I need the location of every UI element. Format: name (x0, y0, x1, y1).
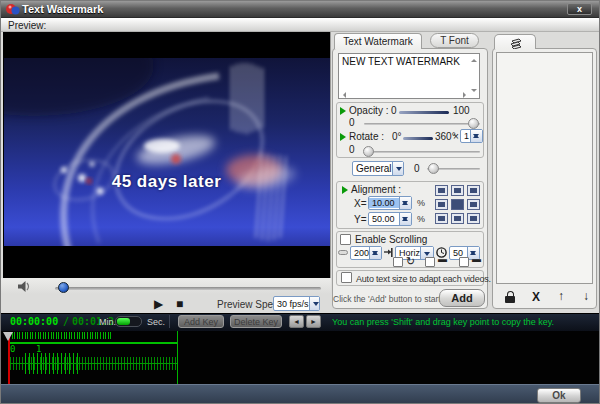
ok-button[interactable]: Ok (537, 388, 581, 403)
min-sec-toggle[interactable] (115, 316, 142, 327)
scroll-speed-spinner[interactable]: 200 (350, 246, 382, 260)
rotate-value: 0 (349, 144, 355, 155)
layers-icon (509, 38, 523, 49)
watermark-list[interactable] (496, 52, 593, 284)
x-spinner[interactable]: 10.00 (368, 196, 412, 210)
effect-slider-thumb[interactable] (428, 163, 439, 174)
timeline-hint: You can press 'Shift' and drag key point… (332, 317, 554, 327)
align-middle-left[interactable] (435, 199, 448, 210)
rotate-slider-track[interactable] (364, 151, 480, 153)
x-percent: % (417, 198, 425, 208)
preview-label: Preview: (8, 20, 46, 31)
x-label: X= (354, 198, 367, 209)
effect-value: General (353, 163, 392, 174)
align-bottom-right[interactable] (467, 213, 480, 224)
stop-button[interactable]: ■ (176, 297, 183, 311)
green-arrow-icon (340, 107, 346, 115)
scroll-down-icon[interactable] (471, 89, 477, 95)
waveform-centerline (9, 363, 178, 364)
clip-end-line (177, 331, 178, 384)
lock-button[interactable] (505, 291, 516, 303)
move-up-button[interactable]: ↑ (554, 289, 568, 303)
move-down-button[interactable]: ↓ (579, 289, 593, 303)
timeline-ruler-line (8, 342, 178, 344)
chevron-down-icon[interactable] (392, 162, 403, 175)
opacity-value: 0 (349, 117, 355, 128)
add-key-button[interactable]: Add Key (178, 315, 224, 328)
align-bottom-left[interactable] (435, 213, 448, 224)
layer-tab[interactable] (494, 34, 536, 49)
play-button[interactable]: ▶ (154, 297, 163, 311)
loop-checkbox[interactable] (393, 257, 403, 267)
bar-icon: ▬ (438, 254, 447, 264)
time-current: 00:00:00 (10, 316, 58, 327)
opacity-label: Opacity : (349, 105, 388, 116)
scroll-right-icon[interactable] (463, 92, 469, 98)
align-top-right[interactable] (467, 185, 480, 196)
preview-strip (1, 18, 600, 32)
seek-thumb[interactable] (58, 282, 69, 293)
toggle-knob (117, 318, 130, 325)
tab-text-watermark[interactable]: Text Watermark (334, 33, 422, 49)
auto-size-checkbox[interactable] (341, 272, 352, 283)
delete-layer-button[interactable]: X (529, 290, 543, 304)
spinner-arrows-icon[interactable] (470, 130, 482, 142)
align-middle-right[interactable] (467, 199, 480, 210)
add-button[interactable]: Add (439, 289, 485, 307)
align-top-center[interactable] (451, 185, 464, 196)
loop-icon: ↻ (406, 255, 415, 268)
timeline-canvas[interactable]: 0 1 (1, 331, 600, 384)
watermark-text-input[interactable]: NEW TEXT WATERMARK (338, 53, 480, 99)
bar-icon: ▬ (472, 254, 481, 264)
window-title: Text Watermark (22, 3, 103, 15)
spinner-arrows-icon[interactable] (399, 213, 411, 225)
sec-label: Sec. (147, 317, 165, 327)
speaker-icon[interactable] (18, 281, 31, 292)
rotate-scale-line (403, 137, 433, 140)
opacity-slider-thumb[interactable] (468, 118, 479, 129)
seek-track[interactable] (55, 287, 321, 290)
next-key-button[interactable]: ► (306, 315, 321, 328)
rotate-count-spinner[interactable]: 1 (460, 129, 483, 143)
spinner-arrows-icon[interactable] (369, 247, 381, 259)
chevron-down-icon[interactable] (309, 297, 319, 310)
preview-speed-value: 30 fps/s (274, 299, 309, 309)
opacity-scale-line (399, 111, 449, 114)
opacity-min: 0 (391, 105, 397, 116)
align-top-left[interactable] (435, 185, 448, 196)
scroll-speed-value: 200 (351, 248, 369, 258)
divider (169, 315, 170, 328)
ruler-label-0: 0 (10, 344, 15, 354)
align-bottom-center[interactable] (451, 213, 464, 224)
tab-font[interactable]: T Font (430, 33, 479, 48)
x-value: 10.00 (369, 198, 399, 208)
bar-option-checkbox[interactable] (459, 257, 469, 267)
rotate-label: Rotate : (349, 131, 384, 142)
y-spinner[interactable]: 50.00 (368, 212, 412, 226)
scroll-up-icon[interactable] (471, 56, 477, 62)
opacity-max: 100 (453, 105, 470, 116)
spinner-arrows-icon[interactable] (399, 197, 411, 209)
effect-select[interactable]: General (352, 161, 404, 176)
video-preview[interactable]: 45 days later (3, 32, 331, 278)
rotate-times-sign: × (453, 131, 459, 142)
close-button[interactable]: x (567, 3, 592, 15)
delete-key-button[interactable]: Delete Key (230, 315, 282, 328)
playhead-marker-icon[interactable] (3, 332, 13, 341)
opacity-slider-track[interactable] (364, 123, 480, 125)
enable-scrolling-label: Enable Scrolling (355, 234, 427, 245)
bar-option-checkbox[interactable] (425, 257, 435, 267)
preview-speed-select[interactable]: 30 fps/s (273, 296, 320, 311)
alignment-label: Alignment : (351, 184, 401, 195)
text-watermark-dialog: Text Watermark x Preview: (0, 0, 600, 404)
speed-pill-icon (338, 250, 348, 255)
add-hint-label: Click the 'Add' button to start -> (333, 294, 451, 304)
scroll-left-icon[interactable] (340, 92, 346, 98)
rotate-slider-thumb[interactable] (363, 146, 374, 157)
align-center[interactable] (451, 199, 464, 210)
enable-scrolling-checkbox[interactable] (340, 234, 351, 245)
y-percent: % (417, 214, 425, 224)
time-separator: / (63, 316, 69, 327)
rotate-min: 0° (392, 131, 402, 142)
prev-key-button[interactable]: ◄ (289, 315, 304, 328)
